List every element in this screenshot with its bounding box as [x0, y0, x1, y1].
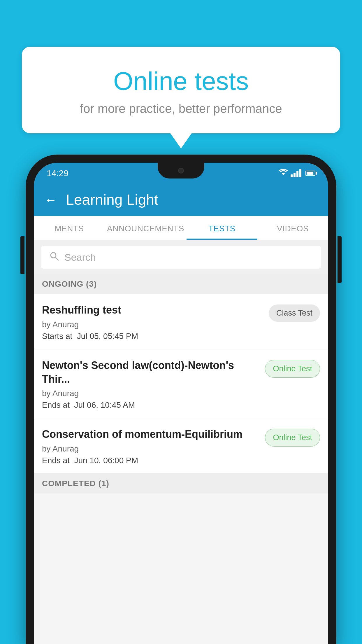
- online-test-badge: Online Test: [265, 360, 320, 378]
- tabs-container: MENTS ANNOUNCEMENTS TESTS VIDEOS: [34, 216, 328, 240]
- ongoing-section-header: ONGOING (3): [34, 274, 328, 294]
- tab-ments[interactable]: MENTS: [34, 216, 105, 240]
- completed-section-title: COMPLETED (1): [42, 479, 320, 488]
- test-date: Starts at Jul 05, 05:45 PM: [42, 332, 263, 341]
- status-icons: [279, 169, 315, 178]
- bubble-subtitle: for more practice, better performance: [39, 102, 323, 116]
- test-title: Newton's Second law(contd)-Newton's Thir…: [42, 359, 259, 386]
- test-title: Reshuffling test: [42, 303, 263, 317]
- tab-videos[interactable]: VIDEOS: [257, 216, 328, 240]
- test-item[interactable]: Newton's Second law(contd)-Newton's Thir…: [34, 349, 328, 419]
- svg-marker-0: [281, 173, 285, 175]
- search-placeholder: Search: [64, 252, 96, 263]
- phone-screen: 14:29: [34, 163, 328, 644]
- notch: [158, 163, 204, 178]
- search-bar[interactable]: Search: [41, 246, 321, 269]
- search-container: Search: [34, 240, 328, 274]
- tests-list: Reshuffling test by Anurag Starts at Jul…: [34, 294, 328, 474]
- test-author: by Anurag: [42, 320, 263, 329]
- phone-frame: 14:29: [26, 155, 336, 644]
- status-time: 14:29: [47, 168, 68, 178]
- speech-bubble: Online tests for more practice, better p…: [22, 47, 340, 133]
- test-info: Reshuffling test by Anurag Starts at Jul…: [42, 303, 269, 341]
- app-title: Learning Light: [66, 191, 158, 208]
- promo-bubble: Online tests for more practice, better p…: [22, 47, 340, 133]
- back-button[interactable]: ←: [44, 192, 57, 207]
- ongoing-section-title: ONGOING (3): [42, 279, 320, 289]
- svg-line-2: [55, 257, 58, 260]
- camera: [178, 168, 184, 174]
- test-info: Conservation of momentum-Equilibrium by …: [42, 428, 265, 465]
- test-item[interactable]: Conservation of momentum-Equilibrium by …: [34, 418, 328, 474]
- online-test-badge: Online Test: [265, 429, 320, 447]
- app-bar: ← Learning Light: [34, 184, 328, 216]
- signal-icon: [291, 169, 301, 177]
- test-author: by Anurag: [42, 389, 259, 398]
- test-date: Ends at Jun 10, 06:00 PM: [42, 456, 259, 465]
- bubble-title: Online tests: [39, 67, 323, 95]
- status-bar: 14:29: [34, 163, 328, 184]
- test-title: Conservation of momentum-Equilibrium: [42, 428, 259, 441]
- tab-tests[interactable]: TESTS: [187, 216, 257, 240]
- test-info: Newton's Second law(contd)-Newton's Thir…: [42, 359, 265, 410]
- wifi-icon: [279, 169, 288, 178]
- test-item[interactable]: Reshuffling test by Anurag Starts at Jul…: [34, 294, 328, 349]
- test-author: by Anurag: [42, 444, 259, 454]
- battery-icon: [305, 171, 315, 176]
- completed-section-header: COMPLETED (1): [34, 474, 328, 494]
- test-date: Ends at Jul 06, 10:45 AM: [42, 400, 259, 410]
- class-test-badge: Class Test: [269, 304, 320, 322]
- search-icon: [49, 251, 59, 263]
- tab-announcements[interactable]: ANNOUNCEMENTS: [105, 216, 187, 240]
